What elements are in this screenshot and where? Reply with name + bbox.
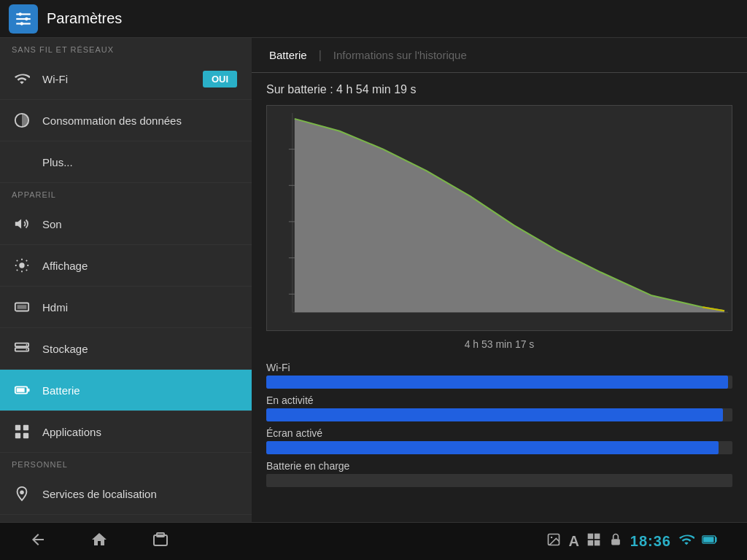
affichage-label: Affichage [42, 260, 240, 272]
svg-point-22 [20, 490, 24, 494]
wifi-toggle-button[interactable]: OUI [203, 71, 237, 88]
usage-charging: Batterie en charge [266, 460, 732, 487]
svg-rect-40 [595, 540, 600, 546]
svg-rect-17 [17, 388, 25, 392]
usage-charging-label: Batterie en charge [266, 460, 732, 472]
lock-status-icon [608, 532, 623, 551]
nav-icons [29, 531, 169, 553]
recents-icon[interactable] [152, 531, 169, 553]
location-label: Services de localisation [42, 488, 240, 500]
svg-point-5 [20, 22, 23, 25]
sidebar-item-applications[interactable]: Applications [0, 411, 252, 453]
sidebar-item-stockage[interactable]: Stockage [0, 328, 252, 370]
right-panel: Batterie | Informations sur l'historique… [252, 38, 747, 522]
section-header-device: APPAREIL [0, 183, 252, 203]
svg-rect-38 [595, 534, 600, 540]
usage-screen-bar-bg [266, 441, 732, 454]
grid-icon [587, 532, 601, 551]
volume-icon [12, 214, 32, 234]
sidebar-item-son[interactable]: Son [0, 203, 252, 245]
tabs-bar: Batterie | Informations sur l'historique [252, 38, 747, 73]
storage-icon [12, 338, 32, 359]
sidebar-item-hdmi[interactable]: Hdmi [0, 287, 252, 328]
usage-charging-bar-bg [266, 474, 732, 487]
tab-history[interactable]: Informations sur l'historique [330, 39, 470, 71]
svg-rect-20 [15, 433, 20, 438]
sidebar-item-batterie[interactable]: Batterie [0, 370, 252, 411]
font-icon: A [568, 533, 578, 550]
usage-wifi-label: Wi-Fi [266, 362, 732, 373]
gallery-icon [546, 532, 561, 551]
usage-screen-bar-fill [266, 441, 719, 454]
page-title: Paramètres [47, 10, 122, 27]
usage-activity: En activité [266, 394, 732, 421]
wifi-icon [12, 69, 32, 89]
usage-wifi: Wi-Fi [266, 362, 732, 389]
tab-batterie[interactable]: Batterie [266, 39, 310, 71]
svg-point-13 [26, 344, 28, 346]
hdmi-icon [12, 297, 32, 317]
sidebar-item-location[interactable]: Services de localisation [0, 473, 252, 515]
son-label: Son [42, 218, 240, 230]
svg-point-36 [551, 537, 553, 539]
top-bar: Paramètres [0, 0, 747, 38]
stockage-label: Stockage [42, 343, 240, 355]
data-icon [12, 110, 32, 131]
main-content: SANS FIL ET RÉSEAUX Wi-Fi OUI Consommati… [0, 38, 747, 522]
sidebar: SANS FIL ET RÉSEAUX Wi-Fi OUI Consommati… [0, 38, 252, 522]
svg-point-8 [19, 262, 24, 268]
battery-chart [266, 105, 732, 331]
battery-time-label: Sur batterie : 4 h 54 min 19 s [266, 83, 732, 96]
wifi-toggle[interactable]: OUI [203, 71, 240, 88]
batterie-label: Batterie [42, 384, 240, 397]
more-label: Plus... [42, 156, 240, 168]
sidebar-item-more[interactable]: Plus... [0, 141, 252, 183]
svg-rect-41 [611, 539, 620, 545]
usage-wifi-bar-fill [266, 376, 728, 389]
data-label: Consommation des données [42, 114, 240, 127]
chart-time-label: 4 h 53 min 17 s [266, 338, 732, 350]
svg-rect-21 [23, 433, 28, 438]
back-icon[interactable] [29, 531, 47, 553]
svg-rect-37 [588, 534, 594, 540]
applications-label: Applications [42, 426, 240, 438]
tab-separator: | [319, 49, 322, 62]
sidebar-item-wifi[interactable]: Wi-Fi OUI [0, 58, 252, 100]
sidebar-item-affichage[interactable]: Affichage [0, 245, 252, 287]
svg-point-3 [19, 12, 22, 15]
section-header-network: SANS FIL ET RÉSEAUX [0, 38, 252, 58]
usage-screen: Écran activé [266, 427, 732, 454]
sidebar-item-security[interactable]: Sécurité [0, 515, 252, 522]
more-icon [12, 152, 32, 172]
usage-screen-label: Écran activé [266, 427, 732, 439]
clock: 18:36 [630, 533, 671, 550]
usage-wifi-bar-bg [266, 376, 732, 389]
svg-rect-39 [588, 540, 594, 546]
svg-rect-10 [18, 305, 27, 309]
svg-rect-19 [23, 425, 28, 430]
settings-icon [9, 4, 38, 34]
sidebar-item-data[interactable]: Consommation des données [0, 100, 252, 141]
battery-content: Sur batterie : 4 h 54 min 19 s [252, 73, 747, 522]
battery-status-icon [702, 532, 718, 551]
bottom-bar: A 18:36 [0, 522, 747, 560]
apps-icon [12, 421, 32, 442]
battery-icon [12, 380, 32, 400]
brightness-icon [12, 255, 32, 276]
svg-rect-18 [15, 425, 20, 430]
usage-activity-bar-bg [266, 408, 732, 421]
usage-activity-bar-fill [266, 408, 723, 421]
section-header-personnel: PERSONNEL [0, 453, 252, 473]
svg-point-14 [26, 349, 28, 350]
wifi-label: Wi-Fi [42, 73, 203, 85]
svg-rect-43 [703, 537, 713, 542]
usage-activity-label: En activité [266, 394, 732, 406]
svg-point-4 [25, 17, 28, 20]
wifi-status-icon [678, 532, 694, 551]
svg-marker-7 [15, 219, 21, 229]
hdmi-label: Hdmi [42, 301, 240, 314]
status-icons: A 18:36 [546, 532, 718, 551]
home-icon[interactable] [90, 531, 108, 553]
location-icon [12, 483, 32, 504]
